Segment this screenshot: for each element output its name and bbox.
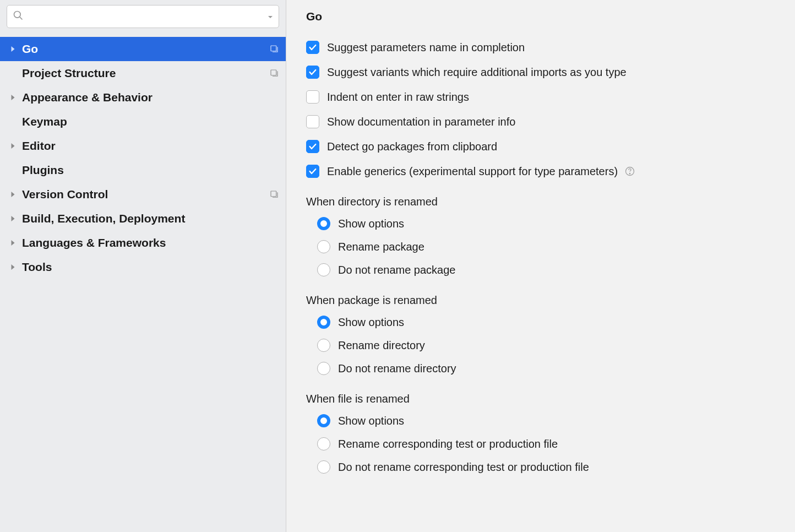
sidebar-item-label: Go xyxy=(22,42,269,56)
sidebar-item-tools[interactable]: Tools xyxy=(0,255,286,279)
sidebar-item-languages-frameworks[interactable]: Languages & Frameworks xyxy=(0,231,286,255)
checkbox-label[interactable]: Suggest variants which require additiona… xyxy=(327,66,627,79)
dropdown-icon[interactable] xyxy=(268,10,273,23)
sidebar-item-label: Keymap xyxy=(22,115,279,128)
radio-row: Do not rename package xyxy=(317,263,780,276)
settings-main-panel: Go Suggest parameters name in completion… xyxy=(286,0,795,532)
svg-point-0 xyxy=(14,11,21,18)
sidebar-item-project-structure[interactable]: Project Structure xyxy=(0,61,286,85)
checkbox[interactable] xyxy=(306,115,319,128)
sidebar-item-version-control[interactable]: Version Control xyxy=(0,182,286,207)
project-scope-icon xyxy=(269,189,279,199)
checkbox-label[interactable]: Suggest parameters name in completion xyxy=(327,41,525,54)
radio-label[interactable]: Rename corresponding test or production … xyxy=(338,438,558,450)
chevron-right-icon xyxy=(9,240,17,246)
search-container xyxy=(0,0,286,35)
radio-label[interactable]: Show options xyxy=(338,218,404,230)
sidebar-item-build-execution-deployment[interactable]: Build, Execution, Deployment xyxy=(0,207,286,231)
project-scope-icon xyxy=(269,68,279,78)
sidebar-item-plugins[interactable]: Plugins xyxy=(0,158,286,182)
checkbox[interactable] xyxy=(306,90,319,104)
radio-row: Show options xyxy=(317,414,780,427)
sidebar-item-label: Project Structure xyxy=(22,67,269,80)
chevron-right-icon xyxy=(9,264,17,270)
sidebar-item-label: Plugins xyxy=(22,164,279,177)
radio-label[interactable]: Show options xyxy=(338,316,404,329)
svg-rect-3 xyxy=(271,70,276,75)
group-title: When package is renamed xyxy=(306,294,780,307)
checkbox[interactable] xyxy=(306,41,319,54)
chevron-right-icon xyxy=(9,215,17,222)
radio-row: Do not rename corresponding test or prod… xyxy=(317,460,780,474)
sidebar-item-go[interactable]: Go xyxy=(0,37,286,61)
svg-rect-2 xyxy=(271,46,276,51)
sidebar-item-label: Languages & Frameworks xyxy=(22,236,279,249)
radio-groups: When directory is renamedShow optionsRen… xyxy=(306,196,780,474)
radio-row: Show options xyxy=(317,316,780,329)
sidebar-item-appearance-behavior[interactable]: Appearance & Behavior xyxy=(0,85,286,110)
group-title: When file is renamed xyxy=(306,393,780,405)
page-title: Go xyxy=(306,10,780,23)
sidebar-item-label: Editor xyxy=(22,139,279,153)
checkbox-list: Suggest parameters name in completionSug… xyxy=(306,41,780,178)
radio-row: Show options xyxy=(317,217,780,230)
checkbox-label[interactable]: Detect go packages from clipboard xyxy=(327,140,497,153)
checkbox[interactable] xyxy=(306,66,319,79)
checkbox-label[interactable]: Show documentation in parameter info xyxy=(327,116,515,128)
checkbox[interactable] xyxy=(306,140,319,153)
checkbox-row: Suggest parameters name in completion xyxy=(306,41,780,54)
chevron-right-icon xyxy=(9,46,17,52)
chevron-right-icon xyxy=(9,143,17,149)
sidebar-item-label: Appearance & Behavior xyxy=(22,91,279,104)
radio-label[interactable]: Do not rename corresponding test or prod… xyxy=(338,461,589,474)
radio[interactable] xyxy=(317,240,330,253)
settings-sidebar: GoProject StructureAppearance & Behavior… xyxy=(0,0,286,532)
radio[interactable] xyxy=(317,263,330,276)
svg-point-6 xyxy=(629,173,630,174)
checkbox-label[interactable]: Enable generics (experimental support fo… xyxy=(327,165,618,178)
radio[interactable] xyxy=(317,339,330,352)
radio-label[interactable]: Do not rename package xyxy=(338,264,455,276)
radio[interactable] xyxy=(317,316,330,329)
sidebar-item-editor[interactable]: Editor xyxy=(0,134,286,158)
svg-rect-4 xyxy=(271,191,276,197)
chevron-right-icon xyxy=(9,94,17,101)
radio-group: When package is renamedShow optionsRenam… xyxy=(306,294,780,375)
help-icon[interactable] xyxy=(624,166,635,177)
sidebar-item-keymap[interactable]: Keymap xyxy=(0,110,286,134)
radio-label[interactable]: Do not rename directory xyxy=(338,362,456,375)
radio[interactable] xyxy=(317,362,330,375)
radio[interactable] xyxy=(317,437,330,450)
search-input[interactable] xyxy=(27,10,268,23)
sidebar-item-label: Build, Execution, Deployment xyxy=(22,212,279,225)
radio-label[interactable]: Rename package xyxy=(338,241,424,253)
chevron-right-icon xyxy=(9,191,17,198)
checkbox-row: Enable generics (experimental support fo… xyxy=(306,165,780,178)
checkbox-row: Show documentation in parameter info xyxy=(306,115,780,128)
radio-label[interactable]: Rename directory xyxy=(338,339,425,352)
radio[interactable] xyxy=(317,414,330,427)
sidebar-item-label: Tools xyxy=(22,260,279,274)
radio[interactable] xyxy=(317,460,330,474)
radio-group: When file is renamedShow optionsRename c… xyxy=(306,393,780,474)
radio-row: Rename package xyxy=(317,240,780,253)
radio-row: Rename directory xyxy=(317,339,780,352)
project-scope-icon xyxy=(269,44,279,54)
sidebar-item-label: Version Control xyxy=(22,188,269,201)
settings-tree: GoProject StructureAppearance & Behavior… xyxy=(0,35,286,532)
search-box[interactable] xyxy=(7,5,279,28)
radio-label[interactable]: Show options xyxy=(338,415,404,427)
checkbox[interactable] xyxy=(306,165,319,178)
radio[interactable] xyxy=(317,217,330,230)
radio-row: Do not rename directory xyxy=(317,362,780,375)
checkbox-row: Detect go packages from clipboard xyxy=(306,140,780,153)
checkbox-label[interactable]: Indent on enter in raw strings xyxy=(327,91,469,104)
checkbox-row: Suggest variants which require additiona… xyxy=(306,66,780,79)
radio-row: Rename corresponding test or production … xyxy=(317,437,780,450)
radio-group: When directory is renamedShow optionsRen… xyxy=(306,196,780,276)
svg-line-1 xyxy=(20,17,23,19)
group-title: When directory is renamed xyxy=(306,196,780,208)
search-icon xyxy=(13,10,24,24)
checkbox-row: Indent on enter in raw strings xyxy=(306,90,780,104)
